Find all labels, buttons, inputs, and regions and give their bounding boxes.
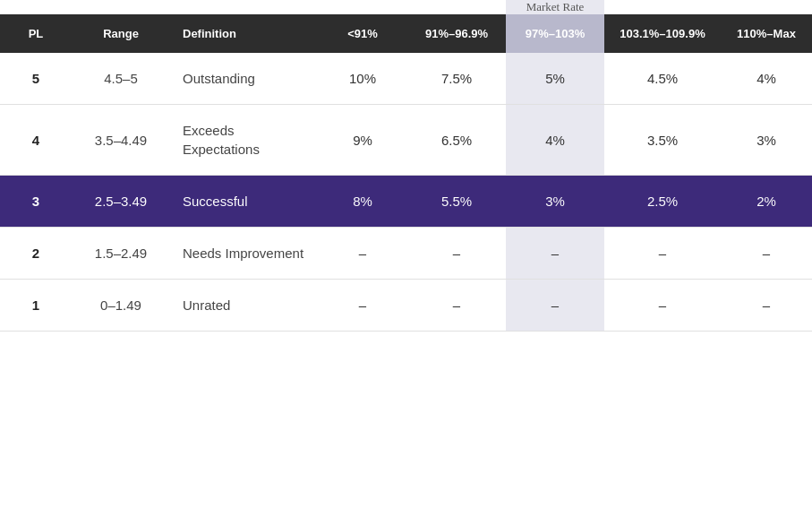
market-rate-label: Market Rate (506, 0, 604, 14)
table-row: 32.5–3.49Successful8%5.5%3%2.5%2% (0, 176, 812, 228)
table-row: 43.5–4.49Exceeds Expectations9%6.5%4%3.5… (0, 105, 812, 176)
table-cell: 3% (506, 176, 604, 228)
table-cell: 5.5% (407, 176, 506, 228)
header-range: Range (72, 14, 170, 53)
table-cell: 8% (318, 176, 407, 228)
table-cell: – (318, 228, 407, 280)
table-cell: 3.5–4.49 (72, 105, 170, 176)
table-cell: 4 (0, 105, 72, 176)
header-r1: <91% (318, 14, 407, 53)
table-cell: 2.5% (604, 176, 721, 228)
table-cell: 5 (0, 53, 72, 105)
table-cell: 4.5–5 (72, 53, 170, 105)
table-header-row: PL Range Definition <91% 91%–96.9% 97%–1… (0, 14, 812, 53)
header-r5: 110%–Max (721, 14, 812, 53)
table-cell: 3% (721, 105, 812, 176)
header-r4: 103.1%–109.9% (604, 14, 721, 53)
table-cell: – (407, 280, 506, 332)
table-cell: 1.5–2.49 (72, 228, 170, 280)
header-pl: PL (0, 14, 72, 53)
table-cell: 7.5% (407, 53, 506, 105)
table-cell: 0–1.49 (72, 280, 170, 332)
table-cell: Outstanding (170, 53, 318, 105)
table-cell: 10% (318, 53, 407, 105)
table-cell: Exceeds Expectations (170, 105, 318, 176)
merit-matrix-table: Market Rate PL Range Definition <91% 91%… (0, 0, 812, 332)
table-cell: 5% (506, 53, 604, 105)
table-cell: Successful (170, 176, 318, 228)
table-cell: 2 (0, 228, 72, 280)
table-cell: 1 (0, 280, 72, 332)
header-definition: Definition (170, 14, 318, 53)
table-cell: – (506, 280, 604, 332)
table-cell: 4% (721, 53, 812, 105)
table-row: 54.5–5Outstanding10%7.5%5%4.5%4% (0, 53, 812, 105)
market-rate-label-row: Market Rate (0, 0, 812, 14)
table-cell: 2% (721, 176, 812, 228)
table-cell: – (721, 280, 812, 332)
table-cell: 4.5% (604, 53, 721, 105)
table-cell: 9% (318, 105, 407, 176)
table-cell: 3.5% (604, 105, 721, 176)
table-cell: – (604, 280, 721, 332)
table-cell: 6.5% (407, 105, 506, 176)
header-r3: 97%–103% (506, 14, 604, 53)
table-cell: – (407, 228, 506, 280)
table-cell: – (506, 228, 604, 280)
table-cell: – (721, 228, 812, 280)
table-cell: 2.5–3.49 (72, 176, 170, 228)
table-cell: 4% (506, 105, 604, 176)
table-row: 10–1.49Unrated––––– (0, 280, 812, 332)
header-r2: 91%–96.9% (407, 14, 506, 53)
table-cell: 3 (0, 176, 72, 228)
table-cell: Unrated (170, 280, 318, 332)
table-row: 21.5–2.49Needs Improvement––––– (0, 228, 812, 280)
table-cell: – (318, 280, 407, 332)
table-cell: Needs Improvement (170, 228, 318, 280)
table-cell: – (604, 228, 721, 280)
